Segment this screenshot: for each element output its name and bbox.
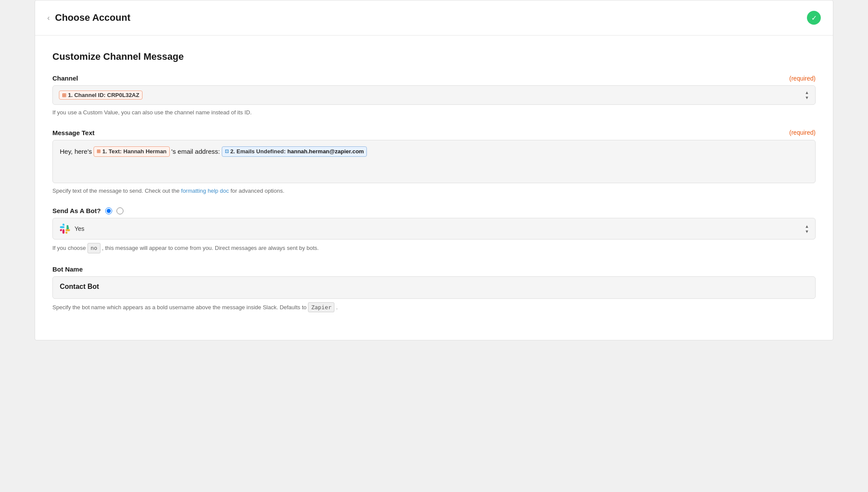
channel-required: (required) [789, 75, 816, 82]
message-hint: Specify text of the message to send. Che… [52, 187, 816, 195]
zapier-default-tag: Zapier [308, 302, 334, 313]
token2-label: 2. Emails Undefined: [230, 147, 286, 156]
section-title: Customize Channel Message [52, 51, 816, 62]
send-as-bot-hint: If you choose no , this message will app… [52, 243, 816, 253]
bot-name-label: Bot Name [52, 265, 83, 273]
slack-icon [59, 223, 71, 235]
bot-name-hint: Specify the bot name which appears as a … [52, 302, 816, 313]
channel-value: 1. Channel ID: CRP0L32AZ [68, 92, 139, 98]
message-box[interactable]: Hey, here's ⊞ 1. Text: Hannah Herman 's … [52, 140, 816, 183]
message-label: Message Text [52, 129, 94, 136]
send-as-bot-value: Yes [74, 225, 84, 232]
channel-label: Channel [52, 74, 78, 82]
token1-label: 1. Text: [102, 147, 122, 156]
token1-icon: ⊞ [97, 148, 100, 155]
send-as-bot-radio-no[interactable] [117, 207, 123, 214]
message-middle: 's email address: [172, 146, 220, 157]
token1-value: Hannah Herman [123, 147, 167, 156]
channel-badge: ⊞ 1. Channel ID: CRP0L32AZ [59, 91, 143, 100]
send-as-bot-field-group: Send As A Bot? Yes [52, 207, 816, 253]
channel-badge-icon: ⊞ [62, 92, 66, 98]
select-arrows-icon: ▲ ▼ [805, 90, 809, 100]
card-header: ‹ Choose Account ✓ [35, 0, 833, 36]
token1-pill: ⊞ 1. Text: Hannah Herman [94, 146, 169, 157]
send-as-bot-arrows-icon: ▲ ▼ [805, 224, 809, 234]
send-as-bot-select[interactable]: Yes ▲ ▼ [52, 218, 816, 240]
message-required: (required) [789, 129, 816, 136]
channel-hint: If you use a Custom Value, you can also … [52, 108, 816, 117]
token2-icon: ⊡ [225, 148, 229, 155]
page-title: Choose Account [55, 12, 130, 23]
bot-name-field-group: Bot Name Contact Bot Specify the bot nam… [52, 265, 816, 313]
message-field-group: Message Text (required) Hey, here's ⊞ 1.… [52, 129, 816, 195]
channel-select[interactable]: ⊞ 1. Channel ID: CRP0L32AZ ▲ ▼ [52, 85, 816, 105]
token2-value: hannah.herman@zapier.com [288, 147, 364, 156]
token2-pill: ⊡ 2. Emails Undefined: hannah.herman@zap… [222, 146, 367, 157]
bot-name-box[interactable]: Contact Bot [52, 276, 816, 299]
bot-name-value: Contact Bot [60, 283, 99, 290]
success-badge: ✓ [807, 11, 821, 25]
card-body: Customize Channel Message Channel (requi… [35, 36, 833, 340]
channel-field-group: Channel (required) ⊞ 1. Channel ID: CRP0… [52, 74, 816, 117]
formatting-help-link[interactable]: formatting help doc [181, 188, 229, 194]
chevron-down-icon[interactable]: ‹ [47, 13, 50, 23]
send-as-bot-radio-yes[interactable] [105, 207, 112, 214]
message-prefix: Hey, here's [60, 146, 92, 157]
no-tag: no [87, 243, 100, 253]
send-as-bot-label: Send As A Bot? [52, 207, 101, 214]
